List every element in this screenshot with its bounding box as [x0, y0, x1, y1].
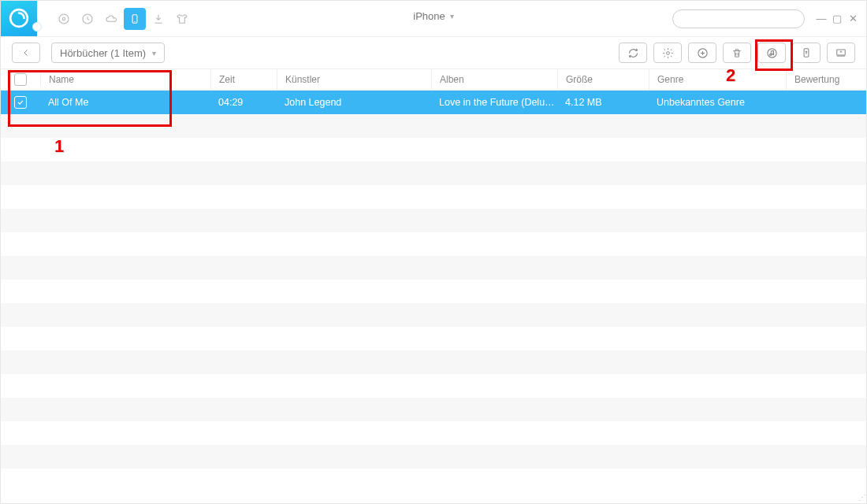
svg-point-15 [769, 54, 771, 55]
settings-button[interactable] [653, 43, 682, 63]
svg-point-8 [666, 51, 669, 54]
resize-grip-icon[interactable]: ⋰ [858, 493, 865, 502]
chevron-down-icon: ▾ [152, 49, 156, 57]
to-computer-button[interactable] [827, 43, 855, 63]
search-input-container[interactable] [672, 9, 805, 28]
nav-cloud-icon[interactable] [100, 8, 122, 30]
app-logo [1, 0, 37, 36]
cell-name: All Of Me [40, 97, 210, 108]
cell-artist: John Legend [277, 97, 431, 108]
nav-clock-icon[interactable] [76, 8, 99, 30]
cell-genre: Unbekanntes Genre [649, 97, 786, 108]
window-maximize-button[interactable]: ▢ [832, 13, 843, 24]
window-minimize-button[interactable]: — [816, 13, 827, 24]
to-device-button[interactable] [792, 43, 820, 63]
column-header-size[interactable]: Größe [558, 69, 649, 90]
select-all-checkbox[interactable] [1, 73, 41, 86]
svg-point-2 [62, 17, 65, 20]
cell-size: 4.12 MB [557, 97, 649, 108]
back-button[interactable] [12, 43, 40, 63]
category-dropdown[interactable]: Hörbücher (1 Item) ▾ [51, 43, 165, 63]
svg-point-1 [59, 14, 69, 24]
nav-device-icon[interactable] [124, 8, 146, 30]
nav-shirt-icon[interactable] [171, 8, 193, 30]
refresh-button[interactable] [619, 43, 647, 63]
delete-button[interactable] [723, 43, 751, 63]
cell-time: 04:29 [210, 97, 277, 108]
cell-album: Love in the Future (Delux... [431, 97, 557, 108]
nav-music-icon[interactable] [53, 8, 75, 30]
empty-rows [1, 114, 866, 492]
device-title-text: iPhone [413, 10, 445, 22]
svg-rect-19 [837, 50, 846, 55]
category-label: Hörbücher (1 Item) [60, 47, 146, 59]
column-header-time[interactable]: Zeit [211, 69, 277, 90]
add-button[interactable] [688, 43, 716, 63]
nav-download-icon[interactable] [147, 8, 169, 30]
column-header-album[interactable]: Alben [432, 69, 558, 90]
column-header-name[interactable]: Name [41, 69, 211, 90]
chevron-down-icon: ▾ [450, 12, 454, 20]
table-row[interactable]: All Of Me 04:29 John Legend Love in the … [1, 91, 866, 114]
search-input[interactable] [679, 13, 801, 25]
column-header-artist[interactable]: Künstler [277, 69, 432, 90]
column-header-rating[interactable]: Bewertung [787, 69, 866, 90]
window-close-button[interactable]: ✕ [847, 13, 858, 24]
device-title[interactable]: iPhone ▾ [413, 10, 453, 22]
svg-point-14 [767, 48, 776, 57]
svg-point-16 [772, 53, 773, 54]
column-header-genre[interactable]: Genre [649, 69, 787, 90]
row-checkbox[interactable] [1, 96, 40, 109]
to-itunes-button[interactable] [757, 43, 786, 63]
